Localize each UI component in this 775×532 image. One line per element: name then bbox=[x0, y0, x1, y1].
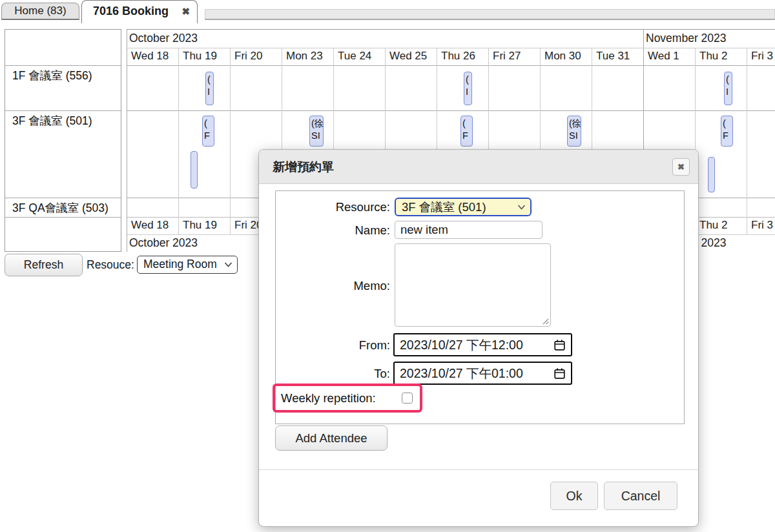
day-header-label: Fri 20 bbox=[234, 50, 262, 63]
grid-line bbox=[5, 217, 121, 218]
day-header-label: Fri 27 bbox=[493, 50, 521, 63]
grid-line bbox=[5, 65, 121, 66]
event-block[interactable]: (徐 SI bbox=[309, 116, 324, 147]
event-block[interactable]: ( F bbox=[202, 116, 214, 147]
grid-line bbox=[747, 48, 747, 234]
event-block[interactable] bbox=[191, 151, 198, 189]
day-header-label: Mon 23 bbox=[286, 50, 323, 63]
tab-close-icon[interactable]: ✖ bbox=[181, 1, 190, 22]
to-datetime-value: 2023/10/27 下午01:00 bbox=[400, 366, 523, 380]
weekly-repetition-highlight: Weekly repetition: bbox=[273, 384, 422, 413]
name-input[interactable]: new item bbox=[395, 221, 542, 239]
month-header-label: October 2023 bbox=[129, 32, 198, 45]
dialog-header: 新增預約單 ✖ bbox=[259, 150, 698, 184]
room-row-label: 3F 會議室 (501) bbox=[12, 113, 92, 128]
resource-field-label: Resource: bbox=[259, 199, 390, 216]
grid-line bbox=[178, 48, 179, 234]
grid-line bbox=[230, 48, 231, 234]
to-field-label: To: bbox=[259, 365, 390, 382]
event-block[interactable]: ( I bbox=[464, 72, 472, 105]
grid-line bbox=[127, 110, 775, 111]
tab-booking[interactable]: 7016 Booking ✖ bbox=[81, 0, 198, 23]
day-header-label: Mon 30 bbox=[544, 50, 581, 63]
resource-select-value: 3F 會議室 (501) bbox=[402, 200, 486, 214]
month-footer-label: October 2023 bbox=[129, 236, 198, 250]
day-header-label: Tue 31 bbox=[596, 50, 630, 63]
day-header-label: Fri 3 bbox=[751, 50, 773, 63]
resource-filter-select[interactable]: Meeting Room bbox=[137, 256, 238, 274]
month-header-label: November 2023 bbox=[646, 32, 727, 45]
room-row-label: 3F QA會議室 (503) bbox=[12, 200, 108, 216]
refresh-button[interactable]: Refresh bbox=[5, 254, 83, 276]
grid-line bbox=[5, 110, 121, 111]
grid-line bbox=[5, 198, 121, 198]
tab-strip-filler bbox=[205, 9, 775, 20]
calendar-room-column: 1F 會議室 (556)3F 會議室 (501)3F QA會議室 (503) bbox=[5, 29, 121, 252]
weekly-repetition-label: Weekly repetition: bbox=[281, 386, 376, 410]
to-datetime-input[interactable]: 2023/10/27 下午01:00 bbox=[393, 362, 572, 385]
weekly-repetition-checkbox[interactable] bbox=[402, 393, 413, 404]
day-header-label: Wed 18 bbox=[131, 50, 169, 63]
calendar-icon[interactable] bbox=[553, 367, 566, 380]
memo-field-label: Memo: bbox=[259, 278, 390, 294]
dialog-footer-divider bbox=[259, 469, 698, 470]
day-footer-label: Wed 18 bbox=[131, 219, 169, 232]
memo-textarea[interactable] bbox=[395, 243, 551, 327]
grid-line bbox=[127, 65, 775, 66]
ok-button[interactable]: Ok bbox=[550, 482, 598, 510]
grid-line bbox=[127, 48, 775, 48]
resource-filter-label: Resouce: bbox=[87, 258, 134, 272]
day-header-label: Tue 24 bbox=[338, 50, 371, 63]
day-header-label: Wed 25 bbox=[389, 50, 427, 63]
event-block[interactable]: ( I bbox=[205, 72, 214, 105]
event-block[interactable]: ( I bbox=[724, 72, 732, 105]
cancel-button[interactable]: Cancel bbox=[604, 482, 677, 510]
resource-select[interactable]: 3F 會議室 (501) bbox=[395, 198, 532, 216]
day-header-label: Thu 26 bbox=[441, 50, 475, 63]
name-field-label: Name: bbox=[259, 222, 390, 239]
add-attendee-button[interactable]: Add Attendee bbox=[275, 425, 388, 451]
chevron-down-icon bbox=[517, 204, 526, 210]
event-block[interactable]: ( F bbox=[721, 116, 733, 147]
day-header-label: Thu 19 bbox=[183, 50, 217, 63]
chevron-down-icon bbox=[224, 262, 232, 268]
room-row-label: 1F 會議室 (556) bbox=[12, 68, 92, 83]
from-datetime-value: 2023/10/27 下午12:00 bbox=[400, 338, 523, 352]
from-datetime-input[interactable]: 2023/10/27 下午12:00 bbox=[393, 333, 572, 356]
tab-booking-label: 7016 Booking bbox=[93, 5, 169, 17]
event-block[interactable]: ( F bbox=[460, 116, 473, 147]
resize-handle-icon[interactable] bbox=[541, 317, 549, 325]
dialog-title: 新增預約單 bbox=[273, 150, 334, 184]
resource-filter-value: Meeting Room bbox=[143, 258, 217, 271]
grid-line bbox=[127, 30, 127, 252]
event-block[interactable]: (徐 SI bbox=[567, 116, 581, 147]
day-footer-label: Thu 2 bbox=[699, 219, 727, 232]
day-footer-label: Thu 19 bbox=[183, 219, 217, 232]
tab-home[interactable]: Home (83) bbox=[1, 3, 79, 20]
event-block[interactable] bbox=[708, 157, 715, 192]
dialog-close-button[interactable]: ✖ bbox=[672, 158, 690, 176]
day-header-label: Thu 2 bbox=[699, 50, 727, 63]
new-booking-dialog: 新增預約單 ✖ Resource: 3F 會議室 (501) Name: new… bbox=[258, 149, 699, 527]
calendar-icon[interactable] bbox=[553, 339, 566, 351]
day-header-label: Wed 1 bbox=[648, 50, 679, 63]
day-footer-label: Fri 3 bbox=[751, 219, 773, 232]
from-field-label: From: bbox=[259, 337, 390, 354]
